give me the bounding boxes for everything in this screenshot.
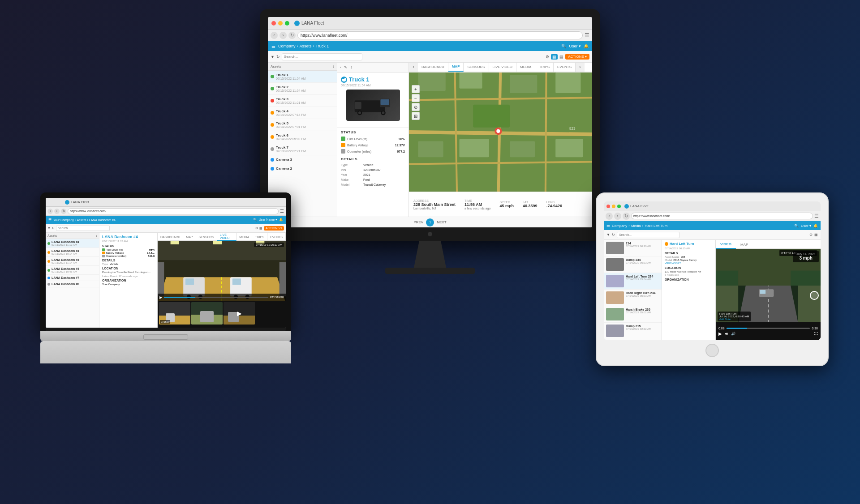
laptop-settings-icon[interactable]: ⚙: [255, 226, 258, 230]
laptop-asset-item-4[interactable]: LANA Dashcam #7: [46, 275, 99, 281]
tablet-search-input[interactable]: [617, 232, 679, 238]
user-menu[interactable]: User ▾: [569, 44, 581, 48]
view-list-icon[interactable]: ▦: [551, 54, 558, 60]
tablet-add-note-btn[interactable]: Add Note: [719, 318, 749, 320]
laptop-asset-item-3[interactable]: LANA Dashcam #4 07/11/2022 10:46 AM: [46, 266, 99, 275]
maximize-icon[interactable]: [285, 21, 289, 26]
tablet-min-btn[interactable]: [612, 205, 615, 208]
tabs-next-button[interactable]: ›: [576, 63, 585, 72]
asset-item-truck4[interactable]: Truck 4 07/14/2022 07:14 PM: [268, 107, 337, 119]
laptop-refresh-btn[interactable]: ↻: [61, 209, 66, 214]
laptop-tab-map[interactable]: MAP: [183, 233, 196, 241]
tabs-prev-button[interactable]: ‹: [409, 63, 418, 72]
tablet-play-btn[interactable]: ▶: [718, 331, 722, 336]
tab-media[interactable]: MEDIA: [516, 63, 535, 72]
laptop-filter-icon[interactable]: ▼: [47, 226, 51, 230]
laptop-tab-dashboard[interactable]: DASHBOARD: [158, 233, 183, 241]
tablet-refresh-icon[interactable]: ↻: [612, 233, 615, 237]
laptop-url-bar[interactable]: https://www.lanafleet.com/: [68, 208, 279, 214]
tab-sensors[interactable]: SENSORS: [464, 63, 489, 72]
zoom-in-button[interactable]: +: [412, 85, 420, 93]
tablet-view-asset-link[interactable]: VIEW ASSET: [665, 262, 713, 265]
back-button[interactable]: ‹: [271, 32, 278, 39]
tablet-fullscreen-btn[interactable]: ⛶: [814, 332, 818, 336]
tab-events[interactable]: EVENTS: [554, 63, 576, 72]
laptop-tab-livevideo[interactable]: LIVE VIDEO: [217, 233, 236, 241]
tablet-tab-map[interactable]: MAP: [736, 240, 752, 249]
laptop-back-btn[interactable]: ‹: [47, 209, 53, 214]
asset-item-truck5[interactable]: Truck 5 07/14/2022 07:01 PM: [268, 119, 337, 131]
filter-icon[interactable]: ▼: [271, 55, 275, 59]
menu-icon[interactable]: ☰: [271, 44, 275, 49]
forward-button[interactable]: ›: [280, 32, 287, 39]
laptop-sort-icon[interactable]: ↕: [96, 234, 98, 237]
laptop-search-input[interactable]: [56, 226, 110, 231]
asset-item-truck1[interactable]: Truck 1 07/15/2022 11:54 AM: [268, 71, 337, 83]
laptop-search-icon[interactable]: 🔍: [253, 218, 257, 222]
edit-icon[interactable]: ✎: [344, 65, 347, 69]
tablet-settings-icon[interactable]: ⚙: [809, 233, 813, 237]
tablet-skip-btn[interactable]: ⏭: [725, 332, 728, 336]
tablet-url-bar[interactable]: https://www.lanafleet.com/: [631, 213, 813, 219]
video-play-overlay[interactable]: ▶: [224, 302, 255, 325]
tablet-notif-icon[interactable]: 🔔: [813, 224, 818, 228]
layers-button[interactable]: ⊞: [412, 112, 420, 120]
laptop-fwd-btn[interactable]: ›: [54, 209, 60, 214]
refresh-button[interactable]: ↻: [288, 32, 296, 39]
view-grid-icon[interactable]: ▤: [559, 55, 563, 59]
tab-trips[interactable]: TRIPS: [535, 63, 554, 72]
laptop-asset-item-5[interactable]: LANA Dashcam #8: [46, 281, 99, 287]
actions-button[interactable]: ACTIONS ▾: [565, 54, 589, 60]
asset-item-camera2[interactable]: Camera 2: [268, 164, 337, 173]
browser-menu-icon[interactable]: ☰: [585, 32, 589, 38]
tablet-view-icon[interactable]: ▦: [814, 233, 818, 237]
tablet-close-btn[interactable]: [606, 205, 610, 208]
asset-item-truck6[interactable]: Truck 6 07/14/2022 05:00 PM: [268, 131, 337, 143]
asset-item-camera3[interactable]: Camera 3: [268, 155, 337, 164]
laptop-max-btn[interactable]: [58, 201, 62, 204]
settings-icon[interactable]: ⚙: [546, 55, 549, 59]
laptop-asset-item-0[interactable]: LANA Dashcam #4 07/11/2022 11:12 AM: [46, 239, 99, 248]
laptop-actions-btn[interactable]: ACTIONS ▾: [264, 226, 284, 231]
tablet-filter-icon[interactable]: ▼: [606, 233, 610, 237]
laptop-thumb-0[interactable]: 07/15/19: [159, 302, 190, 325]
laptop-close-btn[interactable]: [48, 201, 52, 204]
tab-dashboard[interactable]: DASHBOARD: [418, 63, 448, 72]
tablet-back-btn[interactable]: ‹: [606, 213, 613, 220]
tablet-media-item-0[interactable]: 214 07/14/2022 06:30 AM: [604, 240, 662, 256]
tab-livevideo[interactable]: LIVE VIDEO: [489, 63, 516, 72]
laptop-touchpad[interactable]: [143, 334, 188, 340]
prev-button[interactable]: PREV: [413, 220, 423, 224]
tablet-home-button[interactable]: [705, 344, 719, 357]
tablet-fwd-btn[interactable]: ›: [614, 213, 621, 220]
tablet-tab-video[interactable]: VIDEO: [716, 240, 736, 249]
refresh-icon[interactable]: ↻: [276, 55, 280, 59]
video-play-btn[interactable]: ▶: [159, 295, 162, 299]
search-icon[interactable]: 🔍: [561, 44, 566, 48]
minimize-icon[interactable]: [278, 21, 283, 26]
page-number[interactable]: 1: [426, 218, 434, 226]
url-bar[interactable]: https://www.lanafleet.com/: [297, 31, 583, 39]
asset-item-truck2[interactable]: Truck 2 07/15/2022 11:54 AM: [268, 83, 337, 95]
search-input[interactable]: [282, 53, 362, 60]
video-progress[interactable]: [164, 297, 268, 298]
tablet-search-icon[interactable]: 🔍: [794, 224, 799, 228]
zoom-out-button[interactable]: −: [412, 94, 420, 102]
back-nav-icon[interactable]: ‹: [340, 65, 341, 69]
tablet-media-item-4[interactable]: Harsh Brake 236 07/14/2022 05:02 AM: [604, 306, 662, 323]
tablet-menu-btn[interactable]: ☰: [606, 223, 610, 228]
tablet-media-item-3[interactable]: Hard Right Turn 234 07/14/2022 05:03 AM: [604, 290, 662, 306]
laptop-view-icon[interactable]: ▦: [259, 226, 262, 230]
tablet-progress-bar[interactable]: [727, 328, 810, 329]
laptop-asset-item-2[interactable]: LANA Dashcam #4 07/11/2022 11:14 AM: [46, 257, 99, 266]
tablet-media-item-5[interactable]: Bump 315 07/14/2022 02:22 AM: [604, 323, 662, 339]
asset-item-truck7[interactable]: Truck 7 07/13/2022 02:21 PM: [268, 143, 337, 155]
recenter-button[interactable]: ⊙: [412, 103, 420, 111]
laptop-menu-btn[interactable]: ☰: [48, 218, 52, 222]
laptop-tab-sensors[interactable]: SENSORS: [196, 233, 217, 241]
tablet-media-item-6[interactable]: Bump 315 07/14/2022 12:30 AM: [604, 339, 662, 340]
laptop-min-btn[interactable]: [53, 201, 57, 204]
notification-icon[interactable]: 🔔: [584, 44, 589, 48]
tablet-menu-icon[interactable]: ☰: [814, 213, 819, 219]
laptop-thumb-2[interactable]: ▶: [224, 302, 255, 325]
